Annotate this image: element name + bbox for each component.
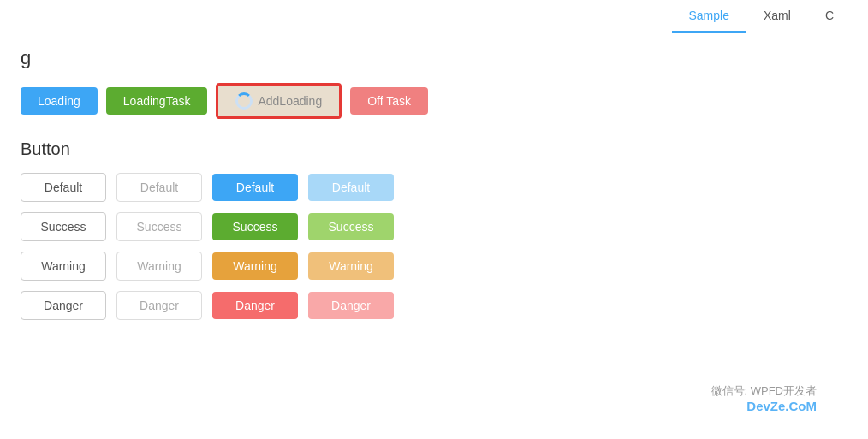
watermark-line2: DevZe.CoM [746, 399, 817, 413]
tab-bar: Sample Xaml C [0, 0, 868, 33]
tab-sample[interactable]: Sample [672, 0, 746, 33]
loading-buttons-row: Loading LoadingTask AddLoading Off Task [21, 83, 847, 119]
success-solid-button[interactable]: Success [212, 213, 298, 240]
spinner-icon [235, 92, 253, 110]
loading-task-button[interactable]: LoadingTask [106, 87, 208, 115]
tab-xaml[interactable]: Xaml [746, 0, 808, 33]
danger-ghost-button[interactable]: Danger [116, 291, 202, 320]
off-task-button[interactable]: Off Task [350, 87, 428, 115]
success-button-row: Success Success Success Success [21, 212, 847, 241]
default-outline-button[interactable]: Default [21, 173, 106, 202]
danger-button-row: Danger Danger Danger Danger [21, 291, 847, 320]
warning-solid-button[interactable]: Warning [212, 252, 298, 280]
tab-c[interactable]: C [808, 0, 851, 33]
danger-solid-button[interactable]: Danger [212, 292, 298, 319]
default-light-button[interactable]: Default [308, 174, 394, 201]
add-loading-button[interactable]: AddLoading [216, 83, 342, 119]
danger-light-button[interactable]: Danger [308, 292, 394, 319]
warning-ghost-button[interactable]: Warning [116, 252, 202, 281]
default-ghost-button[interactable]: Default [116, 173, 202, 202]
main-content: g Loading LoadingTask AddLoading Off Tas… [0, 33, 868, 334]
loading-button[interactable]: Loading [21, 87, 98, 115]
watermark-line1: 微信号: WPFD开发者 [711, 383, 817, 399]
success-light-button[interactable]: Success [308, 213, 394, 240]
warning-light-button[interactable]: Warning [308, 252, 394, 280]
default-button-row: Default Default Default Default [21, 173, 847, 202]
success-ghost-button[interactable]: Success [116, 212, 202, 241]
warning-button-row: Warning Warning Warning Warning [21, 252, 847, 281]
default-solid-button[interactable]: Default [212, 174, 298, 201]
page-title: g [21, 47, 847, 69]
button-grid: Default Default Default Default Success … [21, 173, 847, 320]
warning-outline-button[interactable]: Warning [21, 252, 106, 281]
danger-outline-button[interactable]: Danger [21, 291, 106, 320]
button-section-heading: Button [21, 139, 847, 159]
watermark: 微信号: WPFD开发者 DevZe.CoM [711, 383, 817, 413]
success-outline-button[interactable]: Success [21, 212, 106, 241]
